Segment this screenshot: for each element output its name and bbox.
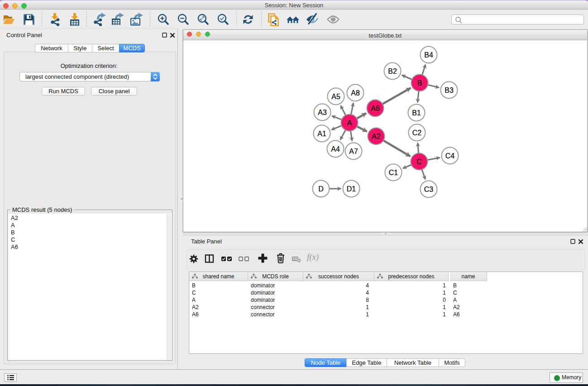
svg-text:A2: A2 xyxy=(372,133,381,140)
svg-text:C1: C1 xyxy=(389,169,398,176)
svg-text:A6: A6 xyxy=(371,105,380,112)
svg-text:C2: C2 xyxy=(412,129,422,137)
svg-text:C4: C4 xyxy=(445,152,455,160)
svg-text:A1: A1 xyxy=(317,130,326,138)
svg-text:A5: A5 xyxy=(331,93,340,100)
svg-text:B: B xyxy=(417,79,422,87)
svg-text:D: D xyxy=(318,185,324,193)
svg-text:C3: C3 xyxy=(424,186,434,193)
svg-text:A8: A8 xyxy=(351,89,360,97)
svg-text:B2: B2 xyxy=(388,67,397,75)
svg-text:A7: A7 xyxy=(349,148,358,155)
svg-text:C: C xyxy=(416,158,422,166)
svg-text:D1: D1 xyxy=(347,185,356,193)
svg-text:A: A xyxy=(347,119,352,127)
svg-text:B4: B4 xyxy=(424,51,433,59)
svg-text:A4: A4 xyxy=(331,145,340,153)
svg-text:B1: B1 xyxy=(412,109,421,117)
svg-text:A3: A3 xyxy=(318,109,327,116)
svg-text:B3: B3 xyxy=(445,86,454,94)
